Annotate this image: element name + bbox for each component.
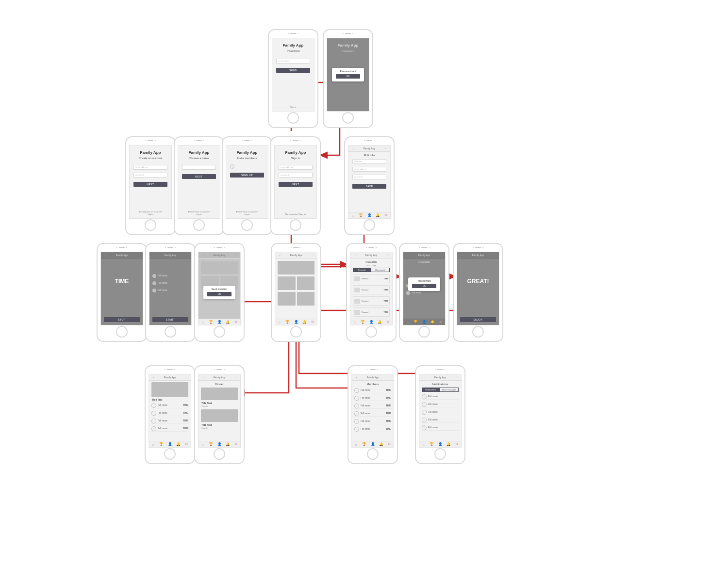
- tab-trophy[interactable]: 🏆: [283, 319, 292, 325]
- tab-bell[interactable]: 🔔: [300, 319, 309, 325]
- tab-user[interactable]: 👤: [420, 319, 428, 325]
- feed-image[interactable]: [278, 276, 296, 290]
- tab-user[interactable]: 👤: [368, 441, 377, 447]
- password-field[interactable]: password: [352, 175, 386, 179]
- signup-link[interactable]: Not a member? Sign up: [275, 213, 316, 215]
- tab-trophy[interactable]: 🏆: [357, 212, 365, 218]
- ok-button[interactable]: OK: [336, 74, 360, 79]
- tab-gear[interactable]: ⚙: [309, 319, 317, 325]
- tab-gear[interactable]: ⚙: [384, 319, 392, 325]
- list-item[interactable]: ☺Full nameTIME: [354, 426, 391, 432]
- ok-button[interactable]: OK: [412, 284, 436, 288]
- back-icon[interactable]: ‹: [103, 254, 109, 257]
- email-field[interactable]: email address: [279, 165, 313, 170]
- tab-bell[interactable]: 🔔: [376, 319, 384, 325]
- tab-my-rewards[interactable]: My rewards: [371, 268, 390, 272]
- list-item[interactable]: ☺Full nameTIME: [151, 418, 188, 424]
- tab-home[interactable]: ⌂: [275, 319, 283, 325]
- tab-bell[interactable]: 🔔: [429, 319, 437, 325]
- menu-icon[interactable]: ⋯: [309, 253, 315, 257]
- menu-icon[interactable]: ⋯: [135, 253, 141, 257]
- tab-bell[interactable]: 🔔: [224, 319, 232, 325]
- tab-notifications[interactable]: Notifications: [422, 388, 440, 392]
- menu-icon[interactable]: ⋯: [384, 253, 390, 257]
- tab-trophy[interactable]: 🏆: [207, 441, 215, 447]
- tab-bell[interactable]: 🔔: [224, 441, 232, 447]
- tab-bell[interactable]: 🔔: [374, 212, 382, 218]
- tab-rewards[interactable]: Rewards: [353, 268, 371, 272]
- reward-card[interactable]: RewardTIME: [353, 274, 390, 283]
- next-button[interactable]: NEXT: [182, 174, 216, 179]
- email-field[interactable]: email address: [352, 167, 386, 172]
- back-icon[interactable]: ‹: [421, 376, 427, 379]
- tab-user[interactable]: 👤: [365, 212, 373, 218]
- email-field[interactable]: email address: [133, 165, 167, 170]
- feed-image[interactable]: [278, 292, 296, 306]
- tab-trophy[interactable]: 🏆: [428, 441, 436, 447]
- list-item[interactable]: ☺Full name: [422, 394, 459, 400]
- tab-trophy[interactable]: 🏆: [157, 441, 165, 447]
- back-icon[interactable]: ‹: [200, 376, 206, 379]
- menu-icon[interactable]: ⋯: [232, 375, 238, 379]
- back-icon[interactable]: ‹: [405, 254, 411, 257]
- list-item[interactable]: ☺Full nameTIME: [354, 411, 391, 417]
- tab-gear[interactable]: ⚙: [232, 441, 240, 447]
- list-item[interactable]: ☺Full nameTIME: [354, 419, 391, 424]
- menu-icon[interactable]: ⋯: [183, 253, 189, 257]
- password-field[interactable]: password: [133, 173, 167, 178]
- send-button[interactable]: SEND: [276, 68, 310, 73]
- back-icon[interactable]: ‹: [151, 376, 157, 379]
- menu-icon[interactable]: ⋯: [382, 146, 388, 150]
- back-icon[interactable]: ‹: [354, 376, 360, 379]
- login-link[interactable]: Already have an account?Log in: [130, 210, 171, 215]
- enjoy-button[interactable]: ENJOY: [460, 317, 496, 322]
- feed-image[interactable]: [297, 292, 315, 306]
- tab-trophy[interactable]: 🏆: [412, 319, 420, 325]
- list-item[interactable]: ☺Full nameTIME: [354, 395, 391, 401]
- tab-user[interactable]: 👤: [165, 441, 174, 447]
- back-icon[interactable]: ‹: [277, 254, 283, 257]
- menu-icon[interactable]: ⋯: [232, 253, 238, 257]
- tab-user[interactable]: 👤: [215, 319, 223, 325]
- tab-user[interactable]: 👤: [292, 319, 300, 325]
- back-icon[interactable]: ‹: [151, 254, 157, 257]
- tab-trophy[interactable]: 🏆: [359, 319, 367, 325]
- tab-trophy[interactable]: 🏆: [360, 441, 368, 447]
- tab-home[interactable]: ⌂: [348, 212, 357, 218]
- tab-gear[interactable]: ⚙: [382, 212, 390, 218]
- name-field[interactable]: [182, 165, 216, 170]
- tab-user[interactable]: 👤: [436, 441, 444, 447]
- tab-home[interactable]: ⌂: [199, 319, 207, 325]
- back-icon[interactable]: ‹: [350, 147, 356, 150]
- menu-icon[interactable]: ⋯: [453, 375, 459, 379]
- tab-bell[interactable]: 🔔: [445, 441, 453, 447]
- tab-user[interactable]: 👤: [215, 441, 223, 447]
- feed-image[interactable]: [297, 276, 315, 290]
- ok-button[interactable]: OK: [207, 292, 232, 296]
- list-item[interactable]: ☺Full name: [422, 402, 459, 407]
- list-item[interactable]: ☺Full nameTIME: [354, 403, 391, 409]
- next-button[interactable]: NEXT: [279, 182, 313, 187]
- tab-home[interactable]: ⌂: [350, 319, 359, 325]
- signin-link[interactable]: Sign in: [272, 106, 314, 108]
- tab-home[interactable]: ⌂: [149, 441, 157, 447]
- member-option[interactable]: Full name: [152, 280, 188, 286]
- tab-bell[interactable]: 🔔: [377, 441, 385, 447]
- tab-home[interactable]: ⌂: [403, 319, 412, 325]
- reward-card[interactable]: RewardTIME: [353, 285, 390, 294]
- tab-gear[interactable]: ⚙: [453, 441, 461, 447]
- list-item[interactable]: ☺Full nameTIME: [151, 410, 188, 416]
- tab-home[interactable]: ⌂: [419, 441, 428, 447]
- tab-gear[interactable]: ⚙: [232, 319, 240, 325]
- next-button[interactable]: NEXT: [133, 182, 167, 187]
- tab-home[interactable]: ⌂: [352, 441, 360, 447]
- menu-icon[interactable]: ⋯: [437, 253, 443, 257]
- tab-home[interactable]: ⌂: [199, 441, 207, 447]
- password-field[interactable]: password: [279, 173, 313, 178]
- login-link[interactable]: Already have an account?Log in: [178, 210, 220, 215]
- feed-image[interactable]: [278, 261, 314, 275]
- email-field[interactable]: email address: [276, 59, 310, 64]
- back-icon[interactable]: ‹: [200, 254, 206, 257]
- stop-button[interactable]: STOP: [104, 317, 140, 322]
- member-option[interactable]: Full name: [152, 273, 188, 278]
